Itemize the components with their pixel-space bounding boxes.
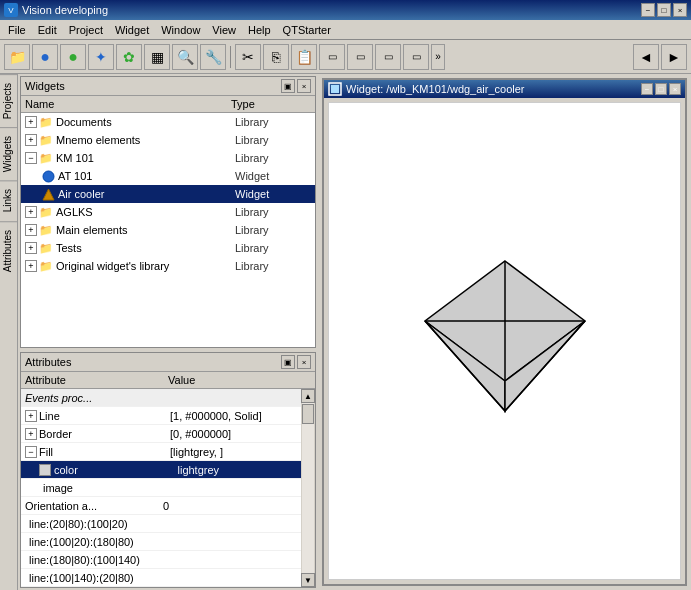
attr-orientation-label: Orientation a...	[25, 500, 163, 512]
tree-item-mainelements-label: Main elements	[56, 224, 235, 236]
widgets-panel: Widgets ▣ × Name Type + 📁 Documents Libr…	[20, 76, 316, 348]
sidebar-tab-attributes[interactable]: Attributes	[0, 221, 17, 280]
tree-item-documents[interactable]: + 📁 Documents Library	[21, 113, 315, 131]
svg-point-0	[43, 171, 54, 182]
btn8-icon: ▭	[412, 51, 421, 62]
attr-row-code3[interactable]: line:(180|80):(100|140)	[21, 551, 301, 569]
widgets-panel-close-button[interactable]: ×	[297, 79, 311, 93]
toolbar: 📁 ● ● ✦ ✿ ▦ 🔍 🔧 ✂ ⎘ 📋 ▭ ▭ ▭ ▭ » ◄ ►	[0, 40, 691, 74]
widget-close-button[interactable]: ×	[669, 83, 681, 95]
flower-icon: ✿	[123, 49, 135, 65]
tree-item-at101[interactable]: AT 101 Widget	[21, 167, 315, 185]
tree-item-aglks[interactable]: + 📁 AGLKS Library	[21, 203, 315, 221]
tree-item-tests[interactable]: + 📁 Tests Library	[21, 239, 315, 257]
toolbar-open-button[interactable]: 📁	[4, 44, 30, 70]
scroll-down-button[interactable]: ▼	[301, 573, 315, 587]
menu-window[interactable]: Window	[155, 22, 206, 38]
widget-minimize-button[interactable]: −	[641, 83, 653, 95]
maximize-button[interactable]: □	[657, 3, 671, 17]
attr-row-border[interactable]: + Border [0, #000000]	[21, 425, 301, 443]
toolbar-paste-button[interactable]: 📋	[291, 44, 317, 70]
widget-title-area: Widget: /wlb_KM101/wdg_air_cooler	[328, 82, 525, 96]
toolbar-star-button[interactable]: ✦	[88, 44, 114, 70]
widgets-panel-title: Widgets	[25, 80, 65, 92]
attr-row-fill[interactable]: − Fill [lightgrey, ]	[21, 443, 301, 461]
toolbar-btn5[interactable]: ▭	[319, 44, 345, 70]
minimize-button[interactable]: −	[641, 3, 655, 17]
expand-documents-icon[interactable]: +	[25, 116, 37, 128]
expand-km101-icon[interactable]: −	[25, 152, 37, 164]
tree-item-at101-type: Widget	[235, 170, 315, 182]
tree-item-origlib[interactable]: + 📁 Original widget's library Library	[21, 257, 315, 275]
paste-icon: 📋	[296, 49, 313, 65]
attr-row-events[interactable]: Events proc...	[21, 389, 301, 407]
tree-item-origlib-label: Original widget's library	[56, 260, 235, 272]
tree-item-documents-type: Library	[235, 116, 315, 128]
menu-project[interactable]: Project	[63, 22, 109, 38]
widget-window-icon	[328, 82, 342, 96]
expand-origlib-icon[interactable]: +	[25, 260, 37, 272]
widgets-tree[interactable]: + 📁 Documents Library + 📁 Mnemo elements…	[21, 113, 315, 347]
toolbar-zoom-button[interactable]: 🔍	[172, 44, 198, 70]
attr-orientation-value: 0	[163, 500, 301, 512]
toolbar-nav-fwd-button[interactable]: ►	[661, 44, 687, 70]
folder-mnemo-icon: 📁	[39, 133, 53, 147]
toolbar-overflow-button[interactable]: »	[431, 44, 445, 70]
sidebar-tab-links[interactable]: Links	[0, 180, 17, 220]
expand-tests-icon[interactable]: +	[25, 242, 37, 254]
toolbar-copy-button[interactable]: ⎘	[263, 44, 289, 70]
attr-row-orientation[interactable]: Orientation a... 0	[21, 497, 301, 515]
attr-image-label: image	[39, 482, 172, 494]
widget-maximize-button[interactable]: □	[655, 83, 667, 95]
toolbar-ball-blue-button[interactable]: ●	[32, 44, 58, 70]
toolbar-btn8[interactable]: ▭	[403, 44, 429, 70]
toolbar-cut-button[interactable]: ✂	[235, 44, 261, 70]
toolbar-btn7[interactable]: ▭	[375, 44, 401, 70]
menu-qtstarter[interactable]: QTStarter	[277, 22, 337, 38]
widgets-panel-restore-button[interactable]: ▣	[281, 79, 295, 93]
close-button[interactable]: ×	[673, 3, 687, 17]
expand-mnemo-icon[interactable]: +	[25, 134, 37, 146]
menu-edit[interactable]: Edit	[32, 22, 63, 38]
tree-item-mainelements[interactable]: + 📁 Main elements Library	[21, 221, 315, 239]
expand-fill-icon[interactable]: −	[25, 446, 37, 458]
attr-code1-label: line:(20|80):(100|20)	[29, 518, 301, 530]
menu-widget[interactable]: Widget	[109, 22, 155, 38]
toolbar-grid-button[interactable]: ▦	[144, 44, 170, 70]
toolbar-flower-button[interactable]: ✿	[116, 44, 142, 70]
attr-row-line[interactable]: + Line [1, #000000, Solid]	[21, 407, 301, 425]
toolbar-wrench-button[interactable]: 🔧	[200, 44, 226, 70]
expand-aglks-icon[interactable]: +	[25, 206, 37, 218]
attr-row-code4[interactable]: line:(100|140):(20|80)	[21, 569, 301, 587]
toolbar-ball-green-button[interactable]: ●	[60, 44, 86, 70]
menu-file[interactable]: File	[2, 22, 32, 38]
menu-help[interactable]: Help	[242, 22, 277, 38]
tree-item-documents-label: Documents	[56, 116, 235, 128]
menu-view[interactable]: View	[206, 22, 242, 38]
btn5-icon: ▭	[328, 51, 337, 62]
tree-item-tests-label: Tests	[56, 242, 235, 254]
tree-item-mnemo[interactable]: + 📁 Mnemo elements Library	[21, 131, 315, 149]
folder-origlib-icon: 📁	[39, 259, 53, 273]
ball-blue-icon: ●	[40, 48, 50, 66]
attr-row-image[interactable]: image	[21, 479, 301, 497]
tree-item-aircooler[interactable]: Air cooler Widget	[21, 185, 315, 203]
expand-mainelements-icon[interactable]: +	[25, 224, 37, 236]
scroll-up-button[interactable]: ▲	[301, 389, 315, 403]
sidebar-tab-widgets[interactable]: Widgets	[0, 127, 17, 180]
attributes-panel-close-button[interactable]: ×	[297, 355, 311, 369]
toolbar-nav-back-button[interactable]: ◄	[633, 44, 659, 70]
attributes-panel-restore-button[interactable]: ▣	[281, 355, 295, 369]
expand-border-icon[interactable]: +	[25, 428, 37, 440]
toolbar-btn6[interactable]: ▭	[347, 44, 373, 70]
app-icon: V	[4, 3, 18, 17]
sidebar-tab-projects[interactable]: Projects	[0, 74, 17, 127]
tree-item-km101[interactable]: − 📁 KM 101 Library	[21, 149, 315, 167]
color-swatch	[39, 464, 51, 476]
attr-row-code2[interactable]: line:(100|20):(180|80)	[21, 533, 301, 551]
scroll-thumb[interactable]	[302, 404, 314, 424]
scroll-track[interactable]	[302, 403, 314, 573]
attr-row-code1[interactable]: line:(20|80):(100|20)	[21, 515, 301, 533]
attr-row-color[interactable]: color lightgrey	[21, 461, 301, 479]
expand-line-icon[interactable]: +	[25, 410, 37, 422]
